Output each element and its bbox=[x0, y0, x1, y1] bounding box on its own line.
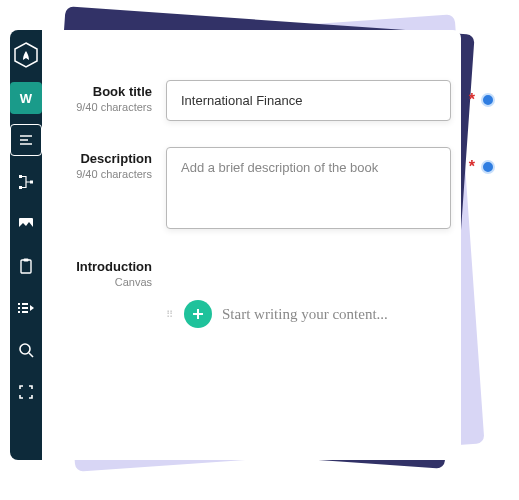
sidebar-item-structure[interactable] bbox=[10, 166, 42, 198]
svg-rect-12 bbox=[18, 307, 20, 309]
sidebar-item-text-align[interactable] bbox=[10, 124, 42, 156]
structure-icon bbox=[18, 174, 34, 190]
book-title-marks: * bbox=[469, 92, 495, 108]
field-row-book-title: Book title 9/40 characters * bbox=[62, 80, 451, 121]
sidebar-item-search[interactable] bbox=[10, 334, 42, 366]
book-title-counter: 9/40 characters bbox=[62, 101, 152, 113]
sidebar-item-clipboard[interactable] bbox=[10, 250, 42, 282]
text-align-icon bbox=[19, 133, 33, 147]
introduction-sublabel: Canvas bbox=[62, 276, 152, 288]
add-block-button[interactable] bbox=[184, 300, 212, 328]
canvas-placeholder[interactable]: Start writing your content... bbox=[222, 306, 388, 323]
plus-icon bbox=[191, 307, 205, 321]
svg-rect-11 bbox=[22, 303, 28, 305]
sidebar-item-write[interactable]: W bbox=[10, 82, 42, 114]
field-row-introduction: Introduction Canvas bbox=[62, 259, 451, 288]
svg-rect-5 bbox=[19, 186, 22, 189]
search-icon bbox=[18, 342, 34, 358]
svg-rect-6 bbox=[30, 181, 33, 184]
required-asterisk-icon: * bbox=[469, 159, 475, 175]
sidebar-item-fullscreen[interactable] bbox=[10, 376, 42, 408]
svg-rect-8 bbox=[21, 260, 31, 273]
introduction-label: Introduction bbox=[62, 259, 152, 274]
svg-rect-10 bbox=[18, 303, 20, 305]
sidebar-item-list-expand[interactable] bbox=[10, 292, 42, 324]
image-icon bbox=[18, 217, 34, 231]
svg-line-17 bbox=[29, 353, 33, 357]
fullscreen-icon bbox=[19, 385, 33, 399]
description-marks: * bbox=[469, 159, 495, 175]
book-title-label-col: Book title 9/40 characters bbox=[62, 80, 152, 113]
app-window: W bbox=[10, 30, 450, 460]
description-counter: 9/40 characters bbox=[62, 168, 152, 180]
write-icon: W bbox=[20, 91, 32, 106]
svg-rect-9 bbox=[24, 259, 29, 262]
main-content: Book title 9/40 characters * Description… bbox=[42, 30, 461, 460]
logo-icon[interactable] bbox=[11, 40, 41, 70]
description-label: Description bbox=[62, 151, 152, 166]
canvas-editor-row: ⠿ Start writing your content... bbox=[62, 300, 451, 328]
description-label-col: Description 9/40 characters bbox=[62, 147, 152, 180]
svg-point-16 bbox=[20, 344, 30, 354]
field-row-description: Description 9/40 characters * bbox=[62, 147, 451, 233]
introduction-label-col: Introduction Canvas bbox=[62, 259, 152, 288]
info-dot-icon[interactable] bbox=[481, 160, 495, 174]
info-dot-icon[interactable] bbox=[481, 93, 495, 107]
sidebar: W bbox=[10, 30, 42, 460]
drag-handle-icon[interactable]: ⠿ bbox=[166, 312, 174, 317]
sidebar-item-image[interactable] bbox=[10, 208, 42, 240]
book-title-input[interactable] bbox=[166, 80, 451, 121]
svg-rect-4 bbox=[19, 175, 22, 178]
description-textarea[interactable] bbox=[166, 147, 451, 229]
book-title-label: Book title bbox=[62, 84, 152, 99]
required-asterisk-icon: * bbox=[469, 92, 475, 108]
svg-rect-14 bbox=[18, 311, 20, 313]
svg-rect-13 bbox=[22, 307, 28, 309]
clipboard-icon bbox=[19, 258, 33, 274]
list-expand-icon bbox=[17, 301, 35, 315]
svg-rect-15 bbox=[22, 311, 28, 313]
